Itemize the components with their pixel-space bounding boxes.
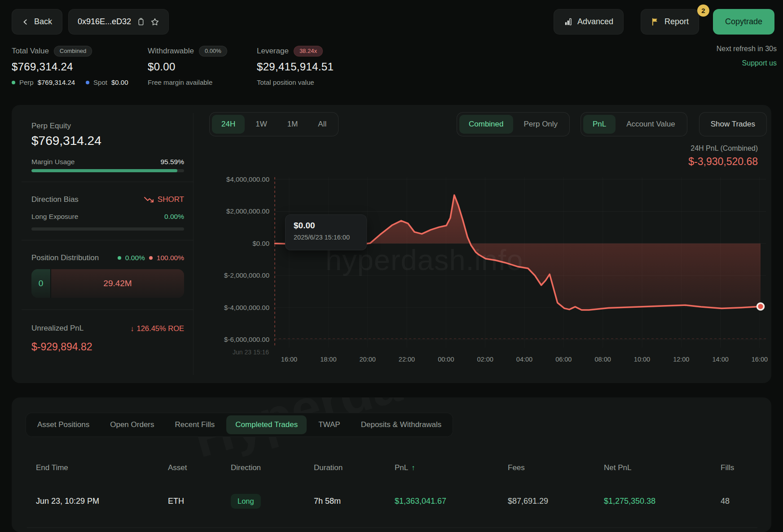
x-tick: 08:00 [587,356,619,363]
advanced-button[interactable]: Advanced [554,9,624,35]
col-label: Fills [721,463,734,472]
perp-equity-label: Perp Equity [31,122,184,131]
col-label: Asset [168,463,187,472]
star-icon[interactable] [150,17,159,26]
divider [22,240,193,240]
report-button[interactable]: Report [641,9,699,35]
x-tick: 22:00 [391,356,422,363]
perp-value: $769,314.24 [38,78,75,86]
cell-pnl: $1,363,041.67 [395,497,508,506]
vertical-divider [193,113,194,375]
margin-usage-value: 95.59% [160,158,184,166]
trending-down-icon [144,196,154,203]
cell-net-pnl: $1,275,350.38 [604,497,721,506]
chart-tooltip: $0.00 2025/6/23 15:16:00 [285,214,367,250]
x-tick: 00:00 [430,356,462,363]
wallet-address-pill[interactable]: 0x916E...eD32 [68,9,169,35]
metric-tab-pnl[interactable]: PnL [583,115,616,134]
unrealized-pnl-value: $-929,894.82 [31,341,184,353]
report-label: Report [664,17,689,26]
stat-total-value: Total Value Combined $769,314.24 Perp $7… [12,45,128,86]
tooltip-time: 2025/6/23 15:16:00 [294,234,358,241]
pnl-chart-plot[interactable] [274,175,766,348]
margin-usage-label: Margin Usage [31,158,75,166]
leverage-badge: 38.24x [294,46,323,57]
scope-tabs: CombinedPerp Only [457,112,570,136]
range-tab-1m[interactable]: 1M [278,115,308,134]
tab-asset-positions[interactable]: Asset Positions [28,415,98,434]
advanced-label: Advanced [577,17,613,26]
chart-header-label: 24H PnL (Combined) [688,144,758,153]
leverage-value: $29,415,914.51 [257,61,334,73]
x-tick: 16:00 [273,356,305,363]
col-label: Net PnL [604,463,631,472]
x-tick: 12:00 [665,356,697,363]
col-label: Duration [314,463,343,472]
table-row[interactable]: Jun 23, 10:29 PMETHLong7h 58m$1,363,041.… [27,484,757,519]
y-tick: $-4,000,000.00 [198,303,269,312]
show-trades-button[interactable]: Show Trades [699,112,767,136]
col-header-pnl[interactable]: PnL↑ [395,463,508,472]
cell-fees: $87,691.29 [508,497,604,506]
divider [22,310,193,310]
stat-withdrawable: Withdrawable 0.00% $0.00 Free margin ava… [148,45,227,86]
x-tick: 02:00 [470,356,501,363]
range-tab-1w[interactable]: 1W [246,115,277,134]
col-header-asset[interactable]: Asset [168,463,231,472]
direction-bias-value: SHORT [158,195,184,204]
back-button[interactable]: Back [12,9,62,35]
pnl-area-fill [274,195,761,310]
flag-icon [651,17,660,26]
tooltip-value: $0.00 [294,221,358,231]
wallet-address: 0x916E...eD32 [78,17,131,26]
stat-leverage: Leverage 38.24x $29,415,914.51 Total pos… [257,45,334,86]
overview-panel: Perp Equity $769,314.24 Margin Usage 95.… [12,105,771,383]
col-label: Fees [508,463,525,472]
col-header-end-time[interactable]: End Time [36,463,168,472]
long-exposure-value: 0.00% [164,213,184,221]
short-amount: 29.42M [51,269,184,298]
col-header-net-pnl[interactable]: Net PnL [604,463,721,472]
col-label: PnL [395,463,408,472]
col-header-fees[interactable]: Fees [508,463,604,472]
y-tick: $-6,000,000.00 [198,335,269,344]
copytrade-button[interactable]: Copytrade [713,9,774,35]
x-tick: 06:00 [548,356,579,363]
position-distribution-label: Position Distribution [31,253,99,262]
scope-tab-perp-only[interactable]: Perp Only [515,115,567,134]
tab-completed-trades[interactable]: Completed Trades [226,415,307,434]
long-dot-icon [118,256,121,260]
y-tick: $4,000,000.00 [198,175,269,184]
perp-dot-icon [12,81,15,84]
tab-open-orders[interactable]: Open Orders [101,415,163,434]
roe-value: 126.45% ROE [137,324,184,333]
col-header-direction[interactable]: Direction [231,463,314,472]
cell-fills: 48 [721,497,757,506]
long-pct: 0.00% [125,254,145,262]
col-header-fills[interactable]: Fills [721,463,757,472]
combined-badge: Combined [54,46,92,57]
tab-twap[interactable]: TWAP [309,415,349,434]
col-header-duration[interactable]: Duration [314,463,395,472]
range-tab-all[interactable]: All [308,115,336,134]
leverage-sub: Total position value [257,78,314,86]
withdrawable-pct-badge: 0.00% [199,46,227,57]
y-tick: $0.00 [198,239,269,248]
withdrawable-sub: Free margin available [148,78,212,86]
scope-tab-combined[interactable]: Combined [459,115,513,134]
spot-label: Spot [93,78,107,86]
range-tab-24h[interactable]: 24H [212,115,245,134]
support-us-link[interactable]: Support us [742,59,777,67]
spot-dot-icon [86,81,89,84]
tab-deposits-withdrawals[interactable]: Deposits & Withdrawals [352,415,451,434]
total-value-label: Total Value [12,47,49,56]
chevron-left-icon [22,18,29,26]
x-tick: 04:00 [509,356,540,363]
short-dot-icon [149,256,153,260]
divider [22,182,193,182]
metric-tab-account-value[interactable]: Account Value [617,115,684,134]
long-badge: Long [231,494,261,509]
perp-equity-value: $769,314.24 [31,134,184,148]
copy-icon[interactable] [137,17,145,26]
tab-recent-fills[interactable]: Recent Fills [166,415,224,434]
